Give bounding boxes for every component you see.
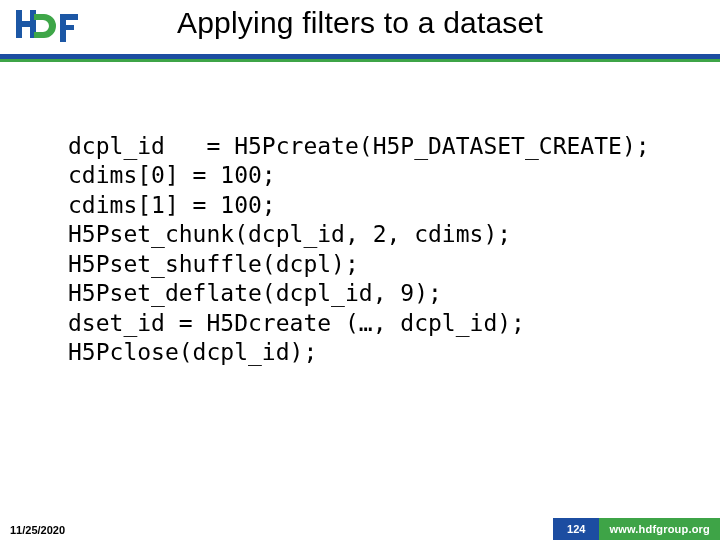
footer-url: www.hdfgroup.org	[599, 518, 720, 540]
code-line: H5Pset_shuffle(dcpl);	[68, 251, 359, 277]
code-line: cdims[1] = 100;	[68, 192, 276, 218]
footer-right: 124 www.hdfgroup.org	[553, 518, 720, 540]
code-line: H5Pset_deflate(dcpl_id, 9);	[68, 280, 442, 306]
code-line: dcpl_id = H5Pcreate(H5P_DATASET_CREATE);	[68, 133, 650, 159]
slide: Applying filters to a dataset dcpl_id = …	[0, 0, 720, 540]
divider	[0, 54, 720, 64]
code-line: cdims[0] = 100;	[68, 162, 276, 188]
slide-title: Applying filters to a dataset	[0, 6, 720, 40]
footer: 11/25/2020 124 www.hdfgroup.org	[0, 518, 720, 540]
code-line: H5Pset_chunk(dcpl_id, 2, cdims);	[68, 221, 511, 247]
page-number: 124	[553, 518, 599, 540]
divider-green	[0, 59, 720, 62]
footer-date: 11/25/2020	[10, 524, 65, 536]
code-line: dset_id = H5Dcreate (…, dcpl_id);	[68, 310, 525, 336]
code-line: H5Pclose(dcpl_id);	[68, 339, 317, 365]
code-block: dcpl_id = H5Pcreate(H5P_DATASET_CREATE);…	[68, 132, 680, 368]
